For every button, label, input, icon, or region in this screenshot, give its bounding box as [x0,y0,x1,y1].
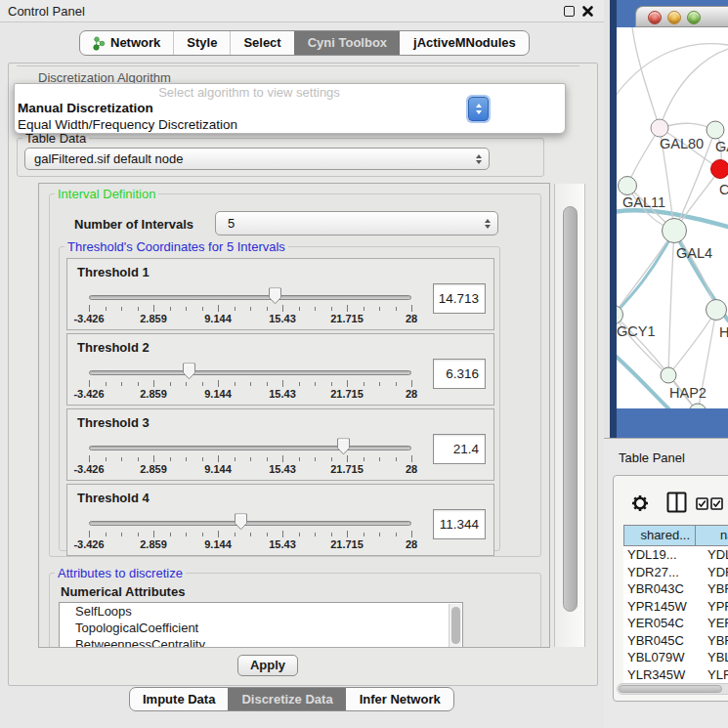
slider-tick-labels: -3.4262.8599.14415.4321.71528 [89,538,411,550]
attributes-listbox[interactable]: SelfLoopsTopologicalCoefficientBetweenne… [59,602,463,648]
threshold-slider-thumb[interactable] [182,363,196,380]
threshold-slider-track[interactable] [89,370,411,375]
node[interactable] [707,121,724,139]
tab-jactivemnodules[interactable]: jActiveMNodules [400,31,529,55]
table-row[interactable]: YBL079WYBL0 [623,649,728,666]
threshold-row: Threshold 3 -3.4262.8599.14415.4321.7152… [66,408,494,481]
apply-button[interactable]: Apply [237,655,298,676]
mac-close-button[interactable] [648,11,662,24]
tab-network[interactable]: Network [80,31,173,55]
table-hscrollbar-thumb[interactable] [619,685,722,693]
algorithm-fieldset-border [17,65,579,66]
float-window-icon[interactable] [564,6,575,17]
threshold-value-input[interactable]: 14.713 [433,283,486,314]
cell-name[interactable]: YDL1 [696,546,728,564]
threshold-slider-thumb[interactable] [336,438,351,455]
number-of-intervals-label: Number of Intervals [74,217,193,232]
table-row[interactable]: YDR27...YDR2 [623,564,728,581]
table-data-combobox[interactable]: galFiltered.sif default node [24,148,490,170]
threshold-value-input[interactable]: 11.344 [433,509,486,539]
node-selected[interactable] [711,160,728,179]
table-panel-title: Table Panel [619,450,685,465]
threshold-row: Threshold 2 -3.4262.8599.14415.4321.7152… [66,333,494,406]
spinner-up-icon [476,104,482,107]
edge [668,231,674,375]
node-label: GA [715,139,728,154]
control-panel-tabbar: Network Style Select Cyni Toolbox jActiv… [79,30,530,56]
table-row[interactable]: YPR145WYPR1 [623,598,728,616]
table-row[interactable]: YBR045CYBR0 [623,632,728,650]
mac-minimize-button[interactable] [667,11,681,24]
node-gal11[interactable] [619,177,637,195]
close-icon[interactable] [581,5,594,18]
cell-name[interactable]: YLR3 [696,666,728,684]
node[interactable] [707,300,727,321]
tab-impute-data-label: Impute Data [143,688,215,710]
panel-scrollbar-track[interactable] [554,184,585,647]
tab-discretize-data[interactable]: Discretize Data [228,688,345,710]
panel-scrollbar-thumb[interactable] [563,206,578,612]
node-label: GAL4 [676,245,712,261]
node-label: H [719,324,728,340]
cell-name[interactable]: YPR1 [696,598,728,616]
column-header-shared-name[interactable]: shared... [623,525,696,546]
cell-shared-name[interactable]: YLR345W [623,666,696,684]
cell-name[interactable]: YBR0 [696,632,728,650]
tab-infer-network[interactable]: Infer Network [346,688,453,710]
table-row[interactable]: YLR345WYLR3 [623,666,728,684]
attribute-item[interactable]: BetweennessCentrality [60,636,462,648]
cell-shared-name[interactable]: YBL079W [623,649,696,666]
cell-shared-name[interactable]: YER054C [623,615,696,632]
node-gcy1[interactable] [617,306,623,324]
table-row[interactable]: YBR043CYBR0 [623,580,728,598]
gear-icon[interactable] [629,492,651,514]
tab-cyni-toolbox[interactable]: Cyni Toolbox [294,31,400,55]
edge [627,128,660,186]
tab-impute-data[interactable]: Impute Data [130,688,228,710]
number-of-intervals-value: 5 [216,216,485,231]
threshold-value-input[interactable]: 21.4 [433,434,486,464]
split-columns-icon[interactable] [666,492,687,513]
number-of-intervals-combobox[interactable]: 5 [215,211,498,236]
table-row[interactable]: YER054CYER0 [623,615,728,632]
checkbox-icon[interactable] [710,497,723,510]
cell-shared-name[interactable]: YPR145W [623,598,696,616]
cyni-toolbox-panel: Discretization Algorithm Select algorith… [8,63,598,686]
attributes-scrollbar[interactable] [449,604,461,648]
table-hscrollbar-track[interactable] [617,683,728,695]
threshold-slider-thumb[interactable] [234,513,248,531]
checkbox-icon[interactable] [696,497,708,510]
cell-shared-name[interactable]: YDR27... [623,564,696,581]
tab-select[interactable]: Select [230,31,293,55]
cell-name[interactable]: YBL0 [696,649,728,666]
tab-style[interactable]: Style [173,31,230,55]
cell-shared-name[interactable]: YDL19... [623,546,696,564]
mac-zoom-button[interactable] [687,11,701,24]
attributes-scrollbar-thumb[interactable] [451,607,460,644]
threshold-slider-track[interactable] [89,295,411,300]
table-row[interactable]: YDL19...YDL1 [623,546,728,564]
threshold-value-input[interactable]: 6.316 [433,359,486,389]
network-canvas[interactable]: GAL80 GA C GAL11 GAL4 GCY1 H HAP2 [617,27,728,408]
numerical-attributes-label: Numerical Attributes [61,584,185,599]
algorithm-dropdown-button[interactable] [468,97,489,121]
attributes-fieldset-label: Attributes to discretize [55,566,186,580]
node-gal4[interactable] [663,219,687,243]
threshold-slider-thumb[interactable] [268,287,282,305]
cell-shared-name[interactable]: YBR045C [623,632,696,650]
attribute-item[interactable]: SelfLoops [60,603,462,620]
threshold-row: Threshold 1 -3.4262.8599.14415.4321.7152… [66,258,494,330]
threshold-slider-track[interactable] [89,521,411,526]
attribute-item[interactable]: TopologicalCoefficient [60,620,462,636]
cell-name[interactable]: YBR0 [696,580,728,598]
threshold-slider-track[interactable] [89,446,411,450]
column-header-name[interactable]: na [696,525,728,546]
node-hap2[interactable] [661,367,676,383]
node-label: GCY1 [617,323,656,339]
cell-name[interactable]: YER0 [696,615,728,632]
cell-name[interactable]: YDR2 [696,564,728,581]
cell-shared-name[interactable]: YBR043C [623,580,696,598]
combo-stepper-icon [485,219,497,229]
node-gal80[interactable] [651,119,668,137]
network-window-titlebar[interactable] [635,6,728,27]
